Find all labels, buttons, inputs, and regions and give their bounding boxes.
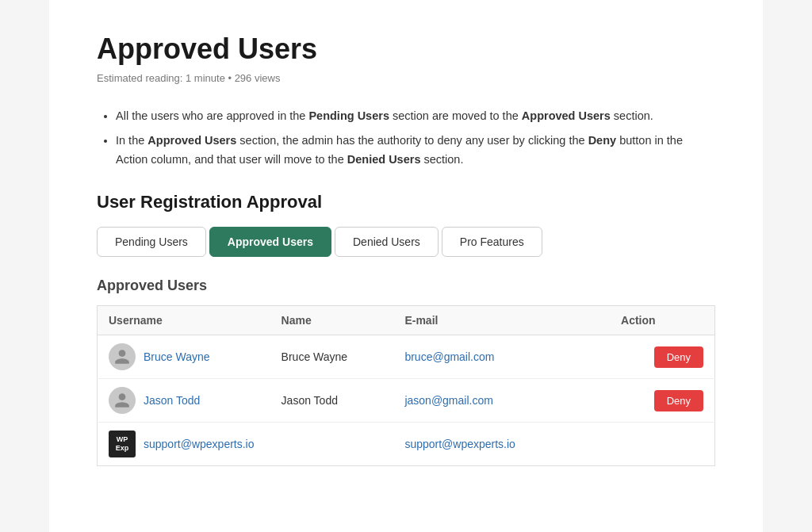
cell-email-2: jason@gmail.com <box>393 379 610 423</box>
cell-username-2: Jason Todd <box>98 379 270 423</box>
table-header-row: Username Name E-mail Action <box>98 306 715 335</box>
table-row: Jason Todd Jason Todd jason@gmail.com De… <box>98 379 715 423</box>
avatar-3: WPExp <box>109 431 136 457</box>
table-row: Bruce Wayne Bruce Wayne bruce@gmail.com … <box>98 335 715 379</box>
cell-name-3 <box>270 423 394 466</box>
tab-denied-users[interactable]: Denied Users <box>335 227 439 257</box>
bullet-item-1: All the users who are approved in the Pe… <box>116 106 715 126</box>
deny-button-1[interactable]: Deny <box>654 346 703 368</box>
email-link-2[interactable]: jason@gmail.com <box>404 394 492 407</box>
email-link-3[interactable]: support@wpexperts.io <box>404 438 515 450</box>
page-wrapper: Approved Users Estimated reading: 1 minu… <box>49 0 763 532</box>
avatar-1 <box>109 343 136 370</box>
username-link-2[interactable]: Jason Todd <box>144 394 200 407</box>
col-header-email: E-mail <box>393 306 610 335</box>
bullet-list: All the users who are approved in the Pe… <box>97 106 715 170</box>
cell-email-3: support@wpexperts.io <box>393 423 610 466</box>
cell-username-3: WPExp support@wpexperts.io <box>98 423 270 466</box>
avatar-2 <box>109 387 136 414</box>
tab-pro-features[interactable]: Pro Features <box>442 227 542 257</box>
tab-approved-users[interactable]: Approved Users <box>209 227 331 257</box>
cell-action-2: Deny <box>610 379 714 423</box>
username-link-3[interactable]: support@wpexperts.io <box>144 438 255 450</box>
bullet-item-2: In the Approved Users section, the admin… <box>116 131 715 170</box>
cell-email-1: bruce@gmail.com <box>393 335 610 379</box>
cell-action-3 <box>610 423 714 466</box>
section-title: User Registration Approval <box>97 192 715 212</box>
meta-info: Estimated reading: 1 minute • 296 views <box>97 72 715 84</box>
table-row: WPExp support@wpexperts.io support@wpexp… <box>98 423 715 466</box>
col-header-username: Username <box>98 306 270 335</box>
tabs-container: Pending Users Approved Users Denied User… <box>97 227 715 257</box>
cell-username-1: Bruce Wayne <box>98 335 270 379</box>
tab-pending-users[interactable]: Pending Users <box>97 227 206 257</box>
col-header-name: Name <box>270 306 394 335</box>
cell-action-1: Deny <box>610 335 714 379</box>
cell-name-2: Jason Todd <box>270 379 394 423</box>
cell-name-1: Bruce Wayne <box>270 335 394 379</box>
username-link-1[interactable]: Bruce Wayne <box>144 350 210 363</box>
users-table: Username Name E-mail Action Bruce Wayne <box>97 305 715 466</box>
email-link-1[interactable]: bruce@gmail.com <box>404 350 494 363</box>
col-header-action: Action <box>610 306 714 335</box>
deny-button-2[interactable]: Deny <box>654 390 703 411</box>
page-title: Approved Users <box>97 32 715 66</box>
approved-users-section-title: Approved Users <box>97 277 715 294</box>
